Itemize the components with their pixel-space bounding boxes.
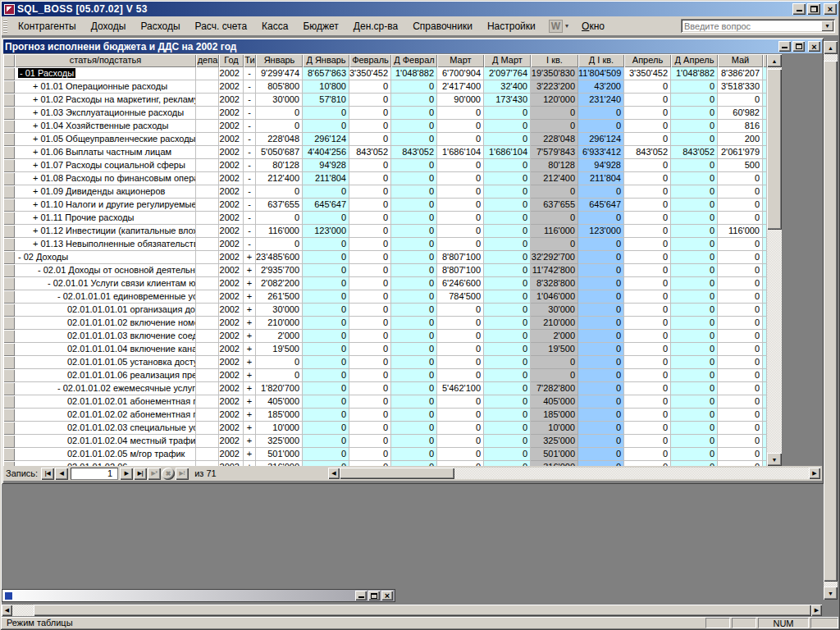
grid-cell[interactable]: 0 (437, 199, 484, 212)
scroll-up-icon[interactable]: ▲ (767, 54, 782, 67)
scroll-up-icon[interactable]: ▲ (824, 41, 838, 54)
grid-cell[interactable]: 645'647 (303, 199, 349, 212)
grid-cell[interactable]: 0 (624, 94, 671, 107)
grid-cell[interactable]: - (244, 80, 256, 94)
grid-cell[interactable]: 0 (624, 409, 671, 422)
grid-cell[interactable]: 0 (578, 212, 624, 225)
grid-cell[interactable]: 0 (437, 159, 484, 172)
grid-cell[interactable]: 0 (391, 225, 437, 238)
grid-cell[interactable]: 501'000 (531, 448, 578, 461)
table-row[interactable]: 02.01.01.02.05 м/гор трафик2002+501'0000… (3, 448, 782, 461)
grid-cell[interactable]: 2002 (219, 225, 244, 238)
grid-cell[interactable]: 0 (578, 448, 624, 461)
child-close-button[interactable]: × (808, 41, 820, 52)
grid-cell[interactable]: 0 (624, 251, 671, 264)
grid-cell[interactable]: 0 (303, 448, 349, 461)
grid-cell[interactable]: 843'052 (349, 146, 391, 159)
row-selector[interactable] (3, 172, 15, 185)
grid-cell[interactable] (196, 422, 219, 435)
grid-cell[interactable]: 211'804 (303, 172, 349, 185)
grid-cell[interactable]: 2002 (219, 238, 244, 251)
grid-cell[interactable]: 0 (437, 304, 484, 317)
row-selector[interactable] (3, 133, 15, 146)
grid-cell[interactable]: 2002 (219, 277, 244, 290)
grid-cell[interactable]: + 01.12 Инвестиции (капитальные вложен (15, 225, 196, 238)
grid-cell[interactable]: 2002 (219, 133, 244, 146)
table-row[interactable]: 02.01.01.01.02 включение номера2002+210'… (3, 317, 782, 330)
grid-cell[interactable]: 0 (484, 317, 531, 330)
grid-cell[interactable]: 8'386'207 (718, 67, 763, 80)
column-header[interactable]: Год (219, 54, 244, 67)
grid-cell[interactable]: 0 (349, 343, 391, 356)
grid-cell[interactable]: + 01.04 Хозяйственные расходы (15, 120, 196, 133)
grid-cell[interactable]: - 02.01.01.01 единовременные услуги (15, 290, 196, 304)
grid-cell[interactable]: 0 (437, 435, 484, 448)
chevron-down-icon[interactable]: ▾ (565, 22, 568, 30)
grid-cell[interactable] (196, 448, 219, 461)
grid-cell[interactable]: 0 (303, 290, 349, 304)
row-selector[interactable] (3, 238, 15, 251)
grid-cell[interactable]: 2002 (219, 94, 244, 107)
grid-cell[interactable]: 0 (391, 448, 437, 461)
row-selector[interactable] (3, 120, 15, 133)
grid-cell[interactable] (196, 199, 219, 212)
grid-cell[interactable]: 2002 (219, 356, 244, 369)
grid-cell[interactable]: 0 (671, 395, 718, 409)
grid-cell[interactable]: 02.01.01.02.04 местный трафик (15, 435, 196, 448)
grid-cell[interactable]: 0 (671, 185, 718, 199)
grid-cell[interactable]: + 01.03 Эксплуатационные расходы (15, 107, 196, 120)
ask-question-box[interactable]: ▾ (681, 19, 835, 33)
grid-cell[interactable] (196, 330, 219, 343)
grid-cell[interactable]: 0 (303, 435, 349, 448)
grid-cell[interactable]: 0 (671, 94, 718, 107)
grid-cell[interactable]: 57'810 (303, 94, 349, 107)
grid-cell[interactable]: 0 (256, 185, 303, 199)
grid-cell[interactable]: 0 (303, 107, 349, 120)
grid-cell[interactable]: 0 (578, 435, 624, 448)
grid-cell[interactable]: 0 (391, 330, 437, 343)
grid-cell[interactable]: 296'124 (578, 133, 624, 146)
grid-cell[interactable]: 0 (671, 422, 718, 435)
grid-cell[interactable]: 212'400 (256, 172, 303, 185)
row-selector[interactable] (3, 369, 15, 382)
grid-cell[interactable]: 6'933'412 (578, 146, 624, 159)
new-record-button[interactable]: ▶* (148, 468, 161, 480)
table-row[interactable]: + 01.12 Инвестиции (капитальные вложен20… (3, 225, 782, 238)
grid-cell[interactable]: 0 (349, 94, 391, 107)
grid-cell[interactable]: 0 (349, 409, 391, 422)
table-row[interactable]: - 02.01 Доходы от основной деятельности2… (3, 264, 782, 277)
grid-cell[interactable]: 1'048'882 (391, 67, 437, 80)
grid-cell[interactable]: 02.01.01.02.03 специальные услуг (15, 422, 196, 435)
grid-cell[interactable]: 0 (624, 172, 671, 185)
scrollbar-thumb[interactable] (767, 69, 782, 230)
mdi-vertical-scrollbar[interactable]: ▲ ▼ (824, 41, 838, 600)
scroll-down-icon[interactable]: ▼ (767, 453, 782, 466)
table-row[interactable]: 02.01.01.02.04 местный трафик2002+325'00… (3, 435, 782, 448)
grid-cell[interactable]: - 02.01.01 Услуги связи клиентам юрид (15, 277, 196, 290)
w-toolbar-icon[interactable]: W▾ (546, 19, 571, 34)
grid-cell[interactable]: 3'350'452 (349, 67, 391, 80)
grid-cell[interactable]: 8'807'100 (437, 264, 484, 277)
grid-cell[interactable]: 0 (349, 382, 391, 395)
grid-cell[interactable]: 2002 (219, 343, 244, 356)
grid-cell[interactable]: 23'485'600 (256, 251, 303, 264)
grid-cell[interactable]: 2002 (219, 185, 244, 199)
grid-cell[interactable]: 30'000 (531, 304, 578, 317)
table-row[interactable]: - 02.01.01 Услуги связи клиентам юрид200… (3, 277, 782, 290)
grid-cell[interactable]: 0 (437, 185, 484, 199)
table-row[interactable]: + 01.01 Операционные расходы2002-805'800… (3, 80, 782, 94)
grid-cell[interactable] (196, 225, 219, 238)
grid-cell[interactable]: 0 (303, 382, 349, 395)
grid-cell[interactable]: 0 (349, 159, 391, 172)
grid-cell[interactable] (196, 290, 219, 304)
grid-cell[interactable] (196, 185, 219, 199)
grid-cell[interactable]: 123'000 (303, 225, 349, 238)
grid-cell[interactable] (196, 67, 219, 80)
grid-cell[interactable]: 0 (718, 435, 763, 448)
grid-cell[interactable]: 0 (303, 356, 349, 369)
row-selector[interactable] (3, 264, 15, 277)
grid-cell[interactable]: + (244, 317, 256, 330)
grid-cell[interactable] (196, 120, 219, 133)
child-maximize-button[interactable] (792, 41, 805, 52)
grid-cell[interactable]: - (244, 120, 256, 133)
